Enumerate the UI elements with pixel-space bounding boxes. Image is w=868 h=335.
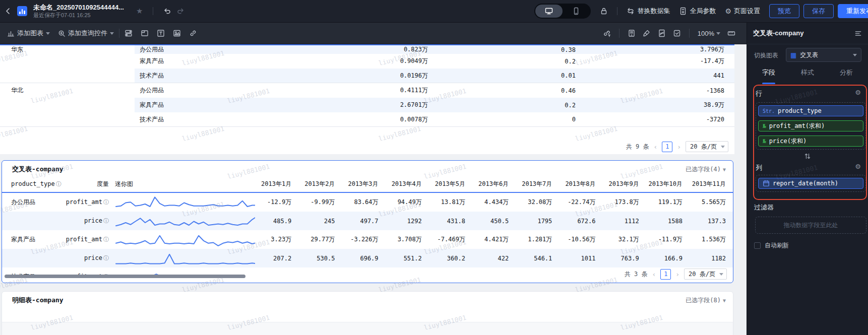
value-cell: 0	[428, 116, 576, 123]
device-toggle[interactable]	[534, 4, 591, 19]
column-fields-dropzone[interactable]: report_date(month)	[756, 175, 866, 192]
value-cell: 83.64万	[342, 198, 385, 207]
measure-name: price	[84, 217, 102, 224]
multi-select-icon[interactable]	[673, 29, 681, 37]
replace-dataset-button[interactable]: 替换数据集	[627, 7, 670, 16]
filter-dropzone[interactable]: 拖动数据字段至此处	[755, 217, 866, 234]
page-settings-button[interactable]: ⚙ 页面设置	[725, 7, 760, 16]
value-cell: 38.9万	[576, 101, 724, 109]
value-cell: 1011	[559, 255, 602, 262]
product-cell: 技术产品	[135, 72, 302, 80]
table-row: 家具产品2.6701万0.238.9万	[0, 98, 734, 112]
desktop-icon[interactable]	[535, 5, 563, 18]
selected-fields-label: 已选字段(8)	[686, 296, 721, 305]
global-params-button[interactable]: 全局参数	[679, 7, 716, 16]
selected-fields-dropdown[interactable]: 已选字段(8) ▼	[686, 296, 726, 305]
column-gear-icon[interactable]: ⚙	[855, 163, 861, 170]
preview-button[interactable]: 预览	[769, 4, 799, 18]
link-component-icon[interactable]	[189, 29, 197, 37]
clear-style-icon[interactable]	[643, 29, 651, 37]
page-number[interactable]: 1	[660, 269, 671, 280]
info-icon: ⓘ	[103, 218, 109, 224]
divider	[619, 29, 619, 38]
region-cell: 华北	[0, 86, 135, 95]
value-cell: 5.565万	[690, 198, 733, 207]
filter-component-icon[interactable]	[125, 29, 133, 37]
publish-button[interactable]: 重新发布	[838, 4, 868, 18]
menu-icon[interactable]	[854, 30, 862, 37]
month-header-cell: 2013年2月	[298, 180, 342, 188]
month-header-cell: 2013年7月	[516, 180, 559, 188]
value-cell: 431.8	[429, 218, 472, 225]
chart-type-select[interactable]: ▦ 交叉表	[786, 48, 861, 62]
value-cell: 29.77万	[298, 235, 342, 244]
measure-cell: priceⓘ	[58, 254, 109, 262]
caret-down-icon: ▼	[723, 298, 726, 303]
batch-action-icon[interactable]	[628, 29, 636, 37]
add-chart-icon	[7, 30, 15, 37]
mobile-icon[interactable]	[563, 5, 590, 18]
topbar-left: 未命名_20250701092544444... 最近保存于07-01 16:2…	[4, 4, 184, 19]
auto-refresh-label: 自动刷新	[765, 241, 789, 250]
tab-1[interactable]: 字段	[762, 68, 775, 82]
month-header-cell: 2013年11月	[690, 180, 733, 188]
field-name: report_date(month)	[773, 180, 838, 187]
page-number[interactable]: 1	[662, 142, 672, 152]
add-query-button[interactable]: 添加查询控件	[58, 29, 114, 38]
lock-icon[interactable]	[600, 7, 608, 15]
field-name: price(求和)	[769, 137, 807, 146]
next-page-icon[interactable]: ›	[675, 271, 679, 278]
undo-icon[interactable]	[163, 7, 171, 15]
month-header-cell: 2013年8月	[559, 180, 602, 188]
crosstab-row: 办公用品profit_amtⓘ-12.9万-9.99万83.64万94.49万1…	[2, 193, 733, 212]
table-row: 家具产品0.9049万0.2-17.4万	[0, 54, 734, 69]
page-size-select[interactable]: 20 条/页	[686, 141, 728, 152]
value-cell: 0.9049万	[302, 57, 428, 65]
text-component-icon[interactable]	[157, 29, 165, 37]
prev-page-icon[interactable]: ‹	[653, 144, 657, 150]
value-cell: 0.2	[428, 58, 576, 65]
field-pill-profit_amt(求和)[interactable]: №profit_amt(求和)	[758, 120, 863, 131]
field-pill-price(求和)[interactable]: №price(求和)	[758, 136, 863, 147]
value-cell: -3720	[576, 116, 724, 123]
favorite-star-icon[interactable]: ★	[136, 7, 143, 16]
value-cells: 207.2530.5696.9551.2360.2422546.11011763…	[255, 255, 733, 262]
horizontal-scrollbar[interactable]	[5, 275, 245, 278]
row-gear-icon[interactable]: ⚙	[855, 89, 861, 96]
table-row: 华东办公用品0.823万0.383.796万	[0, 45, 734, 54]
region-crosstab-widget[interactable]: 华东办公用品0.823万0.383.796万家具产品0.9049万0.2-17.…	[0, 44, 734, 154]
title-block: 未命名_20250701092544444... 最近保存于07-01 16:2…	[33, 4, 124, 19]
tab-component-icon[interactable]	[141, 29, 149, 37]
page-size-select[interactable]: 20 条/页	[684, 269, 727, 280]
dashboard-canvas[interactable]: liuyl881001liuyl881001liuyl881001liuyl88…	[0, 44, 747, 335]
back-icon[interactable]	[4, 7, 12, 15]
swap-rows-columns-icon[interactable]	[803, 152, 812, 160]
tab-3[interactable]: 分析	[840, 68, 853, 82]
linkage-icon[interactable]	[603, 29, 611, 37]
value-cell: 245	[298, 218, 342, 225]
month-header-cell: 2013年4月	[386, 180, 429, 188]
save-button[interactable]: 保存	[803, 4, 834, 18]
redo-icon[interactable]	[176, 7, 184, 15]
crosstab-rows: 办公用品profit_amtⓘ-12.9万-9.99万83.64万94.49万1…	[2, 193, 733, 267]
month-header-cell: 2013年1月	[255, 180, 298, 188]
prev-page-icon[interactable]: ‹	[652, 271, 656, 278]
field-pill-product_type[interactable]: Str.product_type	[758, 105, 863, 116]
add-chart-button[interactable]: 添加图表	[7, 29, 50, 38]
field-pill-report_date(month)[interactable]: report_date(month)	[758, 178, 863, 189]
tab-2[interactable]: 样式	[801, 68, 814, 82]
zoom-level-select[interactable]: 100%	[698, 30, 720, 37]
chevron-down-icon	[853, 54, 857, 56]
media-component-icon[interactable]	[173, 29, 181, 37]
detail-title: 明细表-company	[12, 296, 64, 305]
value-cell: 1.281万	[516, 235, 559, 244]
row-fields-dropzone[interactable]: Str.product_type№profit_amt(求和)№price(求和…	[756, 102, 866, 150]
selected-fields-dropdown[interactable]: 已选字段(4) ▼	[686, 165, 726, 174]
crosstab-widget[interactable]: 交叉表-company 已选字段(4) ▼ product_typeⓘ 度量 迷…	[2, 160, 733, 283]
crosstab-titlebar: 交叉表-company 已选字段(4) ▼	[2, 161, 733, 176]
grid-ruler-icon[interactable]	[727, 29, 735, 37]
hide-component-icon[interactable]	[658, 29, 666, 37]
auto-refresh-checkbox[interactable]	[754, 242, 761, 249]
detail-table-widget[interactable]: 明细表-company 已选字段(8) ▼	[2, 291, 733, 335]
next-page-icon[interactable]: ›	[677, 144, 681, 150]
